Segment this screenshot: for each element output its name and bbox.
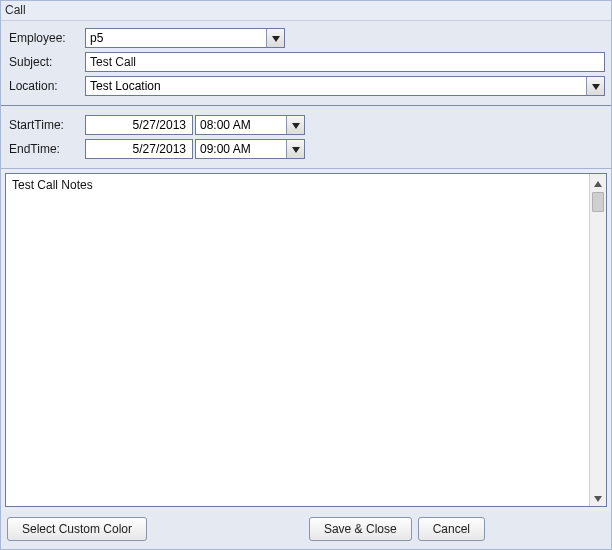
form-top-section: Employee: p5 Subject: Location: Test Loc… <box>1 21 611 106</box>
end-date-input[interactable] <box>85 139 193 159</box>
employee-combo[interactable]: p5 <box>85 28 285 48</box>
chevron-down-icon <box>592 79 600 93</box>
subject-label: Subject: <box>7 55 85 69</box>
end-time-combo[interactable]: 09:00 AM <box>195 139 305 159</box>
select-custom-color-button[interactable]: Select Custom Color <box>7 517 147 541</box>
chevron-down-icon <box>292 142 300 156</box>
location-dropdown-button[interactable] <box>586 77 604 95</box>
chevron-down-icon <box>292 118 300 132</box>
starttime-label: StartTime: <box>7 118 85 132</box>
subject-input[interactable] <box>85 52 605 72</box>
chevron-down-icon <box>272 31 280 45</box>
scroll-up-button[interactable] <box>590 174 606 191</box>
cancel-button[interactable]: Cancel <box>418 517 485 541</box>
employee-label: Employee: <box>7 31 85 45</box>
chevron-down-icon <box>594 491 602 505</box>
end-time-dropdown-button[interactable] <box>286 140 304 158</box>
save-close-button[interactable]: Save & Close <box>309 517 412 541</box>
window-title: Call <box>1 1 611 21</box>
employee-dropdown-button[interactable] <box>266 29 284 47</box>
endtime-label: EndTime: <box>7 142 85 156</box>
start-time-dropdown-button[interactable] <box>286 116 304 134</box>
employee-value: p5 <box>86 29 266 47</box>
end-time-value: 09:00 AM <box>196 140 286 158</box>
start-date-input[interactable] <box>85 115 193 135</box>
start-time-combo[interactable]: 08:00 AM <box>195 115 305 135</box>
notes-textarea[interactable] <box>6 174 589 506</box>
scroll-down-button[interactable] <box>590 489 606 506</box>
call-dialog: Call Employee: p5 Subject: Location: Tes… <box>0 0 612 550</box>
button-bar: Select Custom Color Save & Close Cancel <box>1 511 611 549</box>
location-combo[interactable]: Test Location <box>85 76 605 96</box>
location-value: Test Location <box>86 77 586 95</box>
notes-container <box>5 173 607 507</box>
location-label: Location: <box>7 79 85 93</box>
scroll-thumb[interactable] <box>592 192 604 212</box>
form-time-section: StartTime: 08:00 AM EndTime: 09:00 AM <box>1 106 611 169</box>
notes-scrollbar[interactable] <box>589 174 606 506</box>
start-time-value: 08:00 AM <box>196 116 286 134</box>
chevron-up-icon <box>594 176 602 190</box>
